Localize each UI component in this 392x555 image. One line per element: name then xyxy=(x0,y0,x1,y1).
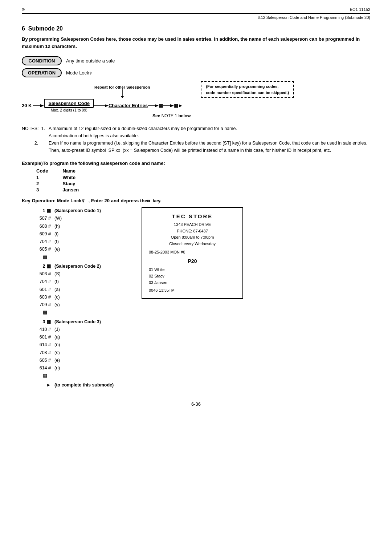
receipt-date: 08-25-2003 MON #0 xyxy=(149,249,236,256)
table-row: 2 Stacy xyxy=(36,181,93,187)
receipt-name-2: 02 Stacy xyxy=(149,273,236,280)
table-row: 3 Jansen xyxy=(36,187,93,193)
example-title: Example)To program the following salespe… xyxy=(22,161,370,166)
char-entries-label: Character Entries xyxy=(109,103,148,108)
receipt-box: TEC STORE 1343 PEACH DRIVE PHONE: 87-643… xyxy=(142,207,243,299)
receipt-name-3: 03 Jansen xyxy=(149,280,236,286)
intro-text: By programming Salesperson Codes here, t… xyxy=(22,36,370,50)
table-row: 1 White xyxy=(36,174,93,181)
name-3: Jansen xyxy=(63,187,94,193)
receipt-address: 1343 PEACH DRIVE xyxy=(149,222,236,228)
svg-marker-9 xyxy=(170,104,174,107)
flow-note: (For sequentially programming codes,code… xyxy=(201,81,294,98)
code-1: 1 xyxy=(36,174,63,181)
receipt-phone: PHONE: 87-6437 xyxy=(149,228,236,235)
key-op-title: Key Operation: Mode Lock⍒ , Enter 20 and… xyxy=(22,198,370,203)
svg-marker-7 xyxy=(155,104,159,107)
col-name: Name xyxy=(63,168,94,174)
name-2: Stacy xyxy=(63,181,94,187)
notes-section: NOTES: 1. A maximum of 12 regular-sized … xyxy=(22,125,370,154)
condition-text: Any time outside a sale xyxy=(66,58,115,64)
svg-marker-5 xyxy=(105,104,109,107)
condition-badge: CONDITION xyxy=(22,56,62,65)
receipt-title: TEC STORE xyxy=(149,212,236,221)
page-number: 6-36 xyxy=(22,401,370,407)
header-left: ® xyxy=(22,7,25,12)
svg-marker-3 xyxy=(40,104,44,107)
svg-marker-1 xyxy=(121,96,124,98)
salesperson-code-box: Salesperson Code xyxy=(44,99,94,108)
flow-diagram: Repeat for other Salesperson (For sequen… xyxy=(22,81,370,118)
end-symbol: ▩► xyxy=(174,103,183,108)
repeat-label: Repeat for other Salesperson xyxy=(94,85,150,89)
key-op-area: 1 ▩ (Salesperson Code 1) 507 #(W) 608 #(… xyxy=(22,207,370,390)
flow-start: 20 K xyxy=(22,103,32,108)
col-code: Code xyxy=(36,168,63,174)
operation-badge: OPERATION xyxy=(22,68,62,77)
receipt-p20: P20 xyxy=(149,257,236,265)
salesperson-sub-label: Max. 2 digits (1 to 99) xyxy=(51,108,87,112)
receipt-names: 01 White 02 Stacy 03 Jansen xyxy=(149,267,236,286)
name-1: White xyxy=(63,174,94,181)
receipt-hours: Open 8:00am to 7:00pmClosed: every Wedne… xyxy=(149,234,236,247)
header-right: EO1-11152 xyxy=(350,7,370,12)
example-section: Example)To program the following salespe… xyxy=(22,161,370,193)
code-3: 3 xyxy=(36,187,63,193)
st-symbol: ▩ xyxy=(159,103,163,108)
receipt-name-1: 01 White xyxy=(149,267,236,273)
operation-text: Mode Lock⍒ xyxy=(66,70,92,76)
receipt-footer: 0046 13:35TM xyxy=(149,287,236,294)
key-steps: 1 ▩ (Salesperson Code 1) 507 #(W) 608 #(… xyxy=(22,207,131,390)
see-note: See NOTE 1 below xyxy=(152,113,191,118)
section-title: 6 Submode 20 xyxy=(22,25,370,32)
sub-header: 6.12 Salesperson Code and Name Programmi… xyxy=(257,15,370,20)
code-2: 2 xyxy=(36,181,63,187)
